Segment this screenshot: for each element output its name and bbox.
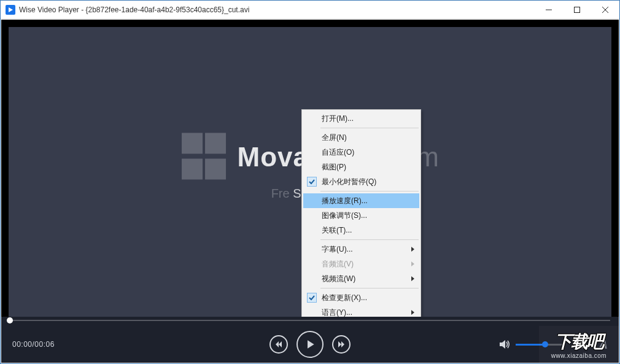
svg-marker-9 xyxy=(341,341,344,347)
minimize-button[interactable] xyxy=(535,1,563,19)
video-stage[interactable]: Movavi A c.com Fre Share you 打开(M)...全屏(… xyxy=(1,20,619,317)
seek-knob[interactable] xyxy=(7,317,13,323)
context-menu-item-video[interactable]: 视频流(W) xyxy=(303,271,419,286)
context-menu-item-label: 截图(P) xyxy=(322,162,346,172)
svg-marker-6 xyxy=(279,341,282,347)
play-button[interactable] xyxy=(296,331,324,358)
volume-knob[interactable] xyxy=(542,341,548,347)
volume-slider[interactable] xyxy=(516,344,565,346)
app-window: Wise Video Player - {2b872fee-1ade-40af-… xyxy=(0,0,620,364)
app-icon xyxy=(6,5,15,15)
context-menu-separator xyxy=(320,191,419,192)
context-menu-item-label: 检查更新(X)... xyxy=(322,293,367,303)
controls-bar: 00:00/00:06 xyxy=(1,317,619,363)
context-menu-item-updates[interactable]: 检查更新(X)... xyxy=(303,290,419,305)
svg-marker-5 xyxy=(276,341,279,347)
seek-bar[interactable] xyxy=(10,317,610,324)
svg-marker-8 xyxy=(338,341,341,347)
context-menu-item-label: 关联(T)... xyxy=(322,225,352,236)
svg-rect-12 xyxy=(578,346,586,348)
context-menu-item-fullscreen[interactable]: 全屏(N) xyxy=(303,130,419,145)
chevron-right-icon xyxy=(411,276,414,281)
check-icon xyxy=(307,293,317,303)
context-menu-item-label: 播放速度(R)... xyxy=(322,196,368,206)
context-menu-item-label: 语言(Y)... xyxy=(322,308,352,318)
svg-marker-0 xyxy=(9,7,13,12)
rewind-button[interactable] xyxy=(269,335,288,354)
svg-marker-11 xyxy=(578,340,586,345)
close-button[interactable] xyxy=(591,1,619,19)
context-menu-separator xyxy=(320,239,419,240)
context-menu-item-subtitle[interactable]: 字幕(U)... xyxy=(303,242,419,257)
watermark-line2-prefix: Fre xyxy=(271,187,290,200)
context-menu-item-screenshot[interactable]: 截图(P) xyxy=(303,160,419,174)
chevron-right-icon xyxy=(411,261,414,266)
context-menu-separator xyxy=(320,128,419,128)
context-menu-item-label: 字幕(U)... xyxy=(322,244,353,255)
context-menu-item-adaptive[interactable]: 自适应(O) xyxy=(303,145,419,160)
context-menu-item-label: 图像调节(S)... xyxy=(322,211,367,221)
context-menu-item-label: 音频流(V) xyxy=(322,259,354,269)
context-menu-item-image-adj[interactable]: 图像调节(S)... xyxy=(303,208,419,223)
context-menu-separator xyxy=(320,288,419,288)
context-menu-item-open[interactable]: 打开(M)... xyxy=(303,111,419,126)
context-menu-item-label: 全屏(N) xyxy=(322,133,347,143)
volume-icon[interactable] xyxy=(500,339,511,349)
check-icon xyxy=(307,177,317,187)
svg-marker-10 xyxy=(500,340,505,349)
context-menu-item-pause-min[interactable]: 最小化时暂停(Q) xyxy=(303,174,419,189)
chevron-right-icon xyxy=(411,310,414,315)
subtitle-toggle-icon[interactable]: A xyxy=(599,338,608,352)
chevron-right-icon xyxy=(411,247,414,252)
context-menu-item-label: 视频流(W) xyxy=(322,274,355,284)
window-title: Wise Video Player - {2b872fee-1ade-40af-… xyxy=(19,6,249,14)
context-menu-item-label: 打开(M)... xyxy=(322,114,354,124)
svg-marker-7 xyxy=(308,340,314,348)
context-menu-item-speed[interactable]: 播放速度(R)... xyxy=(303,193,419,208)
time-display: 00:00/00:06 xyxy=(12,340,55,349)
svg-rect-2 xyxy=(575,7,580,12)
eject-button[interactable] xyxy=(577,340,587,349)
context-menu-item-audio: 音频流(V) xyxy=(303,257,419,271)
maximize-button[interactable] xyxy=(563,1,591,19)
titlebar[interactable]: Wise Video Player - {2b872fee-1ade-40af-… xyxy=(1,1,619,19)
context-menu-item-label: 最小化时暂停(Q) xyxy=(322,177,376,187)
context-menu[interactable]: 打开(M)...全屏(N)自适应(O)截图(P)最小化时暂停(Q)播放速度(R)… xyxy=(301,109,421,336)
context-menu-item-assoc[interactable]: 关联(T)... xyxy=(303,223,419,238)
forward-button[interactable] xyxy=(332,335,351,354)
context-menu-item-label: 自适应(O) xyxy=(322,147,354,158)
